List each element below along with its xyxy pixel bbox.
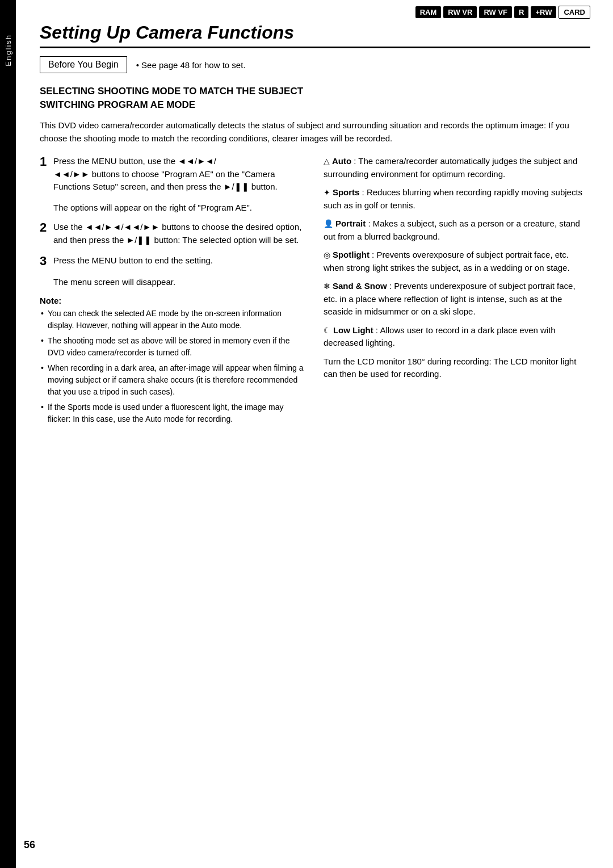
auto-icon: △ [324, 157, 332, 166]
before-you-begin: Before You Begin • See page 48 for how t… [40, 56, 590, 73]
step-1-number: 1 [40, 155, 50, 169]
low-light-colon: : [373, 325, 380, 335]
low-light-name: Low Light [333, 325, 373, 335]
mode-auto: △ Auto : The camera/recorder automatical… [324, 155, 590, 181]
note-item-1: You can check the selected AE mode by th… [40, 308, 306, 332]
section-heading: SELECTING SHOOTING MODE TO MATCH THE SUB… [40, 85, 590, 112]
mode-sand-snow: ❄ Sand & Snow : Prevents underexposure o… [324, 280, 590, 318]
mode-portrait: 👤 Portrait : Makes a subject, such as a … [324, 217, 590, 243]
badge-rwvf: RW VF [479, 6, 512, 18]
sports-icon: ✦ [324, 188, 333, 197]
note-label: Note: [40, 296, 306, 305]
top-bar: RAM RW VR RW VF R +RW CARD [40, 0, 590, 22]
note-item-2: The shooting mode set as above will be s… [40, 335, 306, 359]
auto-colon: : [351, 156, 358, 166]
spotlight-name: Spotlight [333, 250, 370, 259]
sand-snow-icon: ❄ [324, 282, 333, 291]
left-column: 1 Press the MENU button, use the ◄◄/►◄/◄… [40, 155, 306, 429]
note-list: You can check the selected AE mode by th… [40, 308, 306, 425]
sports-name: Sports [333, 187, 360, 197]
portrait-icon: 👤 [324, 219, 335, 228]
auto-name: Auto [332, 156, 351, 166]
before-label: Before You Begin [40, 56, 127, 73]
low-light-icon: ☾ [324, 326, 333, 335]
auto-desc: The camera/recorder automatically judges… [324, 156, 577, 179]
lcd-note: Turn the LCD monitor 180° during recordi… [324, 355, 590, 381]
page-title: Setting Up Camera Functions [40, 22, 590, 48]
badge-r: R [514, 6, 528, 18]
mode-spotlight: ◎ Spotlight : Prevents overexposure of s… [324, 249, 590, 274]
portrait-colon: : [366, 219, 373, 228]
step-2-number: 2 [40, 221, 50, 234]
step-1-subtext: The options will appear on the right of … [53, 202, 306, 215]
step-2: 2 Use the ◄◄/►◄/◄◄/►► buttons to choose … [40, 221, 306, 246]
side-tab: English [0, 0, 16, 868]
badge-ram: RAM [415, 6, 442, 18]
spotlight-colon: : [370, 250, 377, 259]
note-item-3: When recording in a dark area, an after-… [40, 362, 306, 398]
before-text: • See page 48 for how to set. [127, 60, 246, 70]
sports-colon: : [359, 187, 367, 197]
two-column-layout: 1 Press the MENU button, use the ◄◄/►◄/◄… [40, 155, 590, 429]
intro-paragraph: This DVD video camera/recorder automatic… [40, 119, 590, 145]
step-3-text: Press the MENU button to end the setting… [53, 254, 306, 267]
right-column: △ Auto : The camera/recorder automatical… [324, 155, 590, 429]
step-3: 3 Press the MENU button to end the setti… [40, 254, 306, 268]
mode-low-light: ☾ Low Light : Allows user to record in a… [324, 324, 590, 350]
step-3-number: 3 [40, 254, 50, 268]
note-item-4: If the Sports mode is used under a fluor… [40, 401, 306, 425]
badge-rwvr: RW VR [443, 6, 477, 18]
sand-snow-name: Sand & Snow [333, 281, 387, 291]
badge-plusrw: +RW [531, 6, 556, 18]
sand-snow-colon: : [387, 281, 394, 291]
mode-sports: ✦ Sports : Reduces blurring when recordi… [324, 186, 590, 212]
side-tab-label: English [4, 34, 12, 66]
note-section: Note: You can check the selected AE mode… [40, 296, 306, 425]
main-content: RAM RW VR RW VF R +RW CARD Setting Up Ca… [16, 0, 613, 451]
step-2-text: Use the ◄◄/►◄/◄◄/►► buttons to choose th… [53, 221, 306, 246]
step-1: 1 Press the MENU button, use the ◄◄/►◄/◄… [40, 155, 306, 194]
portrait-name: Portrait [335, 219, 366, 228]
badge-card: CARD [559, 6, 590, 19]
spotlight-icon: ◎ [324, 250, 333, 259]
page-number: 56 [24, 839, 35, 851]
step-3-subtext: The menu screen will disappear. [53, 276, 306, 289]
step-1-text: Press the MENU button, use the ◄◄/►◄/◄◄/… [53, 155, 306, 194]
